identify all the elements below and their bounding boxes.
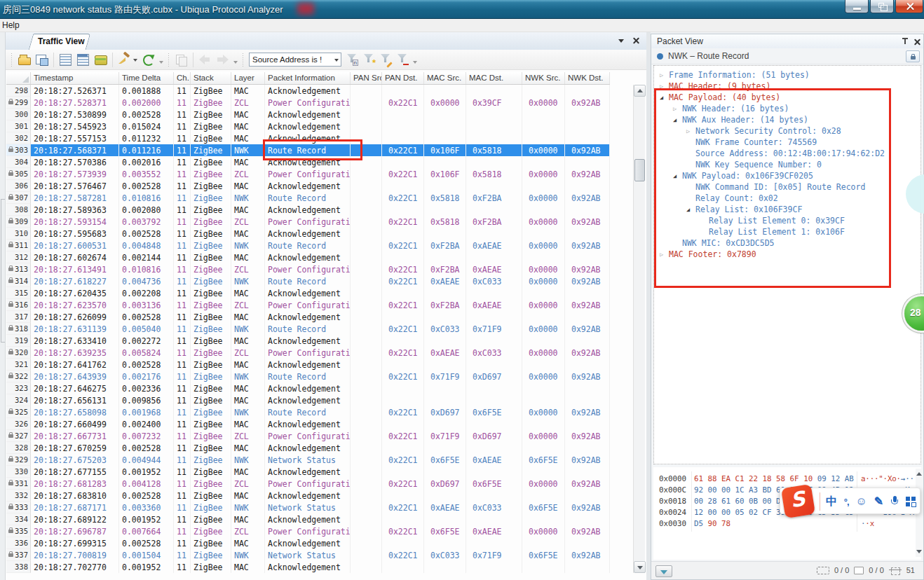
apply-filter-button[interactable]: n bbox=[344, 52, 360, 67]
column-header[interactable]: Stack bbox=[191, 72, 231, 84]
table-row[interactable]: 31320:18:27.6134910.01081611ZigBeeZCLPow… bbox=[6, 263, 633, 275]
handwriting-pen-icon[interactable]: ✎ bbox=[874, 496, 883, 507]
scroll-down-button[interactable] bbox=[634, 561, 646, 573]
table-row[interactable]: 32920:18:27.6752030.00494411ZigBeeNWKNet… bbox=[6, 454, 633, 466]
navigate-forward-button[interactable] bbox=[215, 52, 231, 67]
list-view-button[interactable] bbox=[57, 52, 74, 67]
language-mode-icon[interactable]: 中 bbox=[826, 496, 837, 507]
column-header[interactable]: NWK Dst. bbox=[565, 72, 610, 84]
emoji-icon[interactable]: ☺ bbox=[856, 496, 867, 507]
panel-close-icon[interactable] bbox=[913, 38, 921, 46]
filter-combobox[interactable]: Source Address is ! bbox=[249, 53, 341, 67]
menu-help[interactable]: Help bbox=[2, 20, 20, 30]
scroll-up-button[interactable] bbox=[634, 85, 646, 97]
tab-list-dropdown-icon[interactable] bbox=[618, 39, 624, 43]
copy-button[interactable] bbox=[173, 52, 189, 67]
column-header[interactable]: Time Delta bbox=[119, 72, 174, 84]
toolbar-grip[interactable] bbox=[242, 53, 245, 67]
minimize-button[interactable] bbox=[845, 0, 869, 13]
toolbar-overflow-icon[interactable] bbox=[412, 53, 418, 66]
column-header[interactable]: Ch. bbox=[174, 72, 191, 84]
hex-row[interactable]: 0x0030D5 90 78 ··x bbox=[653, 518, 913, 530]
column-header[interactable]: PAN Dst. bbox=[382, 72, 424, 84]
remove-filter-button[interactable] bbox=[395, 52, 410, 67]
table-row[interactable]: 32520:18:27.6580980.00196811ZigBeeNWKRou… bbox=[6, 406, 633, 418]
table-row[interactable]: 30920:18:27.5931540.00379211ZigBeeZCLPow… bbox=[6, 216, 633, 228]
column-header[interactable]: Layer bbox=[231, 72, 265, 84]
detail-view-button[interactable] bbox=[75, 52, 91, 67]
table-row[interactable]: 31820:18:27.6311390.00504011ZigBeeNWKRou… bbox=[6, 323, 633, 335]
table-corner-cell[interactable] bbox=[6, 72, 31, 84]
tab-traffic-view[interactable]: Traffic View bbox=[31, 34, 88, 50]
table-row[interactable]: 30820:18:27.5893630.00208011ZigBeeMACAck… bbox=[6, 204, 633, 216]
table-row[interactable]: 29920:18:27.5283710.00200011ZigBeeZCLPow… bbox=[6, 97, 633, 109]
clear-traffic-button[interactable] bbox=[116, 52, 133, 67]
hex-options-dropdown-button[interactable] bbox=[655, 565, 672, 577]
table-row[interactable]: 30520:18:27.5739390.00355211ZigBeeZCLPow… bbox=[6, 168, 633, 180]
hex-row[interactable]: 0x000061 88 EA C1 22 18 58 6F 10 09 12 A… bbox=[653, 474, 913, 485]
table-row[interactable]: 32620:18:27.6604990.00240011ZigBeeMACAck… bbox=[6, 418, 633, 430]
table-row[interactable]: 33220:18:27.6838100.00252811ZigBeeMACAck… bbox=[6, 490, 633, 502]
restore-button[interactable] bbox=[870, 0, 894, 13]
table-row[interactable]: 31720:18:27.6260990.00252811ZigBeeMACAck… bbox=[6, 311, 633, 323]
table-row[interactable]: 33020:18:27.6771550.00195211ZigBeeMACAck… bbox=[6, 466, 633, 478]
table-row[interactable]: 31520:18:27.6204350.00220811ZigBeeMACAck… bbox=[6, 287, 633, 299]
decryption-lock-button[interactable] bbox=[906, 50, 920, 62]
pin-icon[interactable] bbox=[902, 38, 909, 46]
navigate-back-button[interactable] bbox=[197, 52, 213, 67]
table-row[interactable]: 33320:18:27.6871710.00336011ZigBeeNWKNet… bbox=[6, 502, 633, 513]
scrollbar-thumb[interactable] bbox=[634, 159, 645, 181]
device-database-button[interactable] bbox=[93, 52, 109, 67]
save-capture-button[interactable] bbox=[34, 52, 50, 67]
toolbar-grip[interactable] bbox=[11, 53, 13, 67]
toolbox-grid-icon[interactable] bbox=[906, 497, 916, 506]
table-row[interactable]: 32220:18:27.6439390.00217611ZigBeeNWKRou… bbox=[6, 371, 633, 382]
table-row[interactable]: 32020:18:27.6392350.00582411ZigBeeZCLPow… bbox=[6, 347, 633, 359]
table-row[interactable]: 31620:18:27.6235700.00313611ZigBeeZCLPow… bbox=[6, 299, 633, 311]
dock-splitter[interactable] bbox=[1, 199, 5, 343]
tree-expander-icon[interactable]: ▷ bbox=[660, 69, 663, 81]
tab-close-icon[interactable] bbox=[632, 36, 640, 45]
table-row[interactable]: 33620:18:27.6993150.00252811ZigBeeMACAck… bbox=[6, 537, 633, 549]
table-row[interactable]: 32120:18:27.6417620.00252811ZigBeeMACAck… bbox=[6, 359, 633, 371]
toolbar-overflow-icon[interactable] bbox=[233, 53, 238, 66]
column-header[interactable]: MAC Src. bbox=[424, 72, 466, 84]
table-row[interactable]: 31120:18:27.6005310.00484811ZigBeeNWKRou… bbox=[6, 240, 633, 251]
table-row[interactable]: 30720:18:27.5872810.01081611ZigBeeNWKRou… bbox=[6, 192, 633, 204]
table-row[interactable]: 33420:18:27.6891220.00195211ZigBeeMACAck… bbox=[6, 513, 633, 525]
table-row[interactable]: 33120:18:27.6812830.00412811ZigBeeZCLPow… bbox=[6, 478, 633, 490]
open-file-button[interactable] bbox=[16, 52, 32, 67]
table-row[interactable]: 30620:18:27.5764670.00252811ZigBeeMACAck… bbox=[6, 180, 633, 192]
sogou-logo-icon[interactable]: S bbox=[781, 484, 815, 518]
column-header[interactable]: Timestamp bbox=[31, 72, 119, 84]
new-filter-button[interactable]: * bbox=[361, 52, 376, 67]
table-row[interactable]: 31220:18:27.6026740.00214411ZigBeeMACAck… bbox=[6, 251, 633, 263]
table-row[interactable]: 31920:18:27.6334100.00227211ZigBeeMACAck… bbox=[6, 335, 633, 347]
table-row[interactable]: 33820:18:27.7027700.00195211ZigBeeMACAck… bbox=[6, 561, 633, 573]
toolbar-grip[interactable] bbox=[168, 53, 170, 67]
table-row[interactable]: 32320:18:27.6462750.00233611ZigBeeMACAck… bbox=[6, 382, 633, 394]
column-header[interactable]: PAN Src bbox=[351, 72, 382, 84]
capture-settings-button[interactable] bbox=[140, 52, 156, 67]
microphone-icon[interactable] bbox=[890, 495, 899, 508]
punctuation-icon[interactable]: °, bbox=[844, 497, 849, 506]
tree-item[interactable]: ▷Frame Information: (51 bytes) bbox=[654, 69, 920, 81]
column-header[interactable]: NWK Src. bbox=[522, 72, 565, 84]
table-row[interactable]: 33520:18:27.6967870.00766411ZigBeeZCLPow… bbox=[6, 525, 633, 537]
table-row[interactable]: 30020:18:27.5308990.00252811ZigBeeMACAck… bbox=[6, 109, 633, 120]
close-button[interactable] bbox=[895, 0, 923, 13]
edit-filter-button[interactable] bbox=[378, 52, 393, 67]
table-row[interactable]: 32720:18:27.6677310.00723211ZigBeeZCLPow… bbox=[6, 430, 633, 442]
table-row[interactable]: 33720:18:27.7008190.00150411ZigBeeNWKNet… bbox=[6, 549, 633, 561]
table-row[interactable]: 32820:18:27.6702590.00252811ZigBeeMACAck… bbox=[6, 442, 633, 454]
traffic-vertical-scrollbar[interactable] bbox=[633, 85, 645, 573]
clear-options-dropdown-icon[interactable] bbox=[133, 53, 138, 67]
table-row[interactable]: 29820:18:27.5263710.00188811ZigBeeMACAck… bbox=[6, 85, 633, 97]
table-row[interactable]: 31020:18:27.5956830.00252811ZigBeeMACAck… bbox=[6, 228, 633, 240]
column-header[interactable]: Packet Information bbox=[265, 72, 351, 84]
table-row[interactable]: 31420:18:27.6182270.00473611ZigBeeNWKRou… bbox=[6, 275, 633, 287]
table-row[interactable]: 32420:18:27.6561310.00985611ZigBeeMACAck… bbox=[6, 394, 633, 406]
toolbar-overflow-icon[interactable] bbox=[158, 53, 164, 66]
column-header[interactable]: MAC Dst. bbox=[466, 72, 522, 84]
table-row[interactable]: 30120:18:27.5459230.01502411ZigBeeMACAck… bbox=[6, 120, 633, 132]
